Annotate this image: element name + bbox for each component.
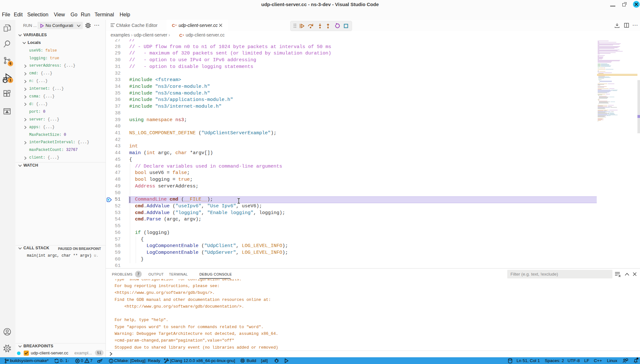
svg-text:C: C (179, 33, 182, 38)
svg-text:C: C (172, 23, 175, 28)
